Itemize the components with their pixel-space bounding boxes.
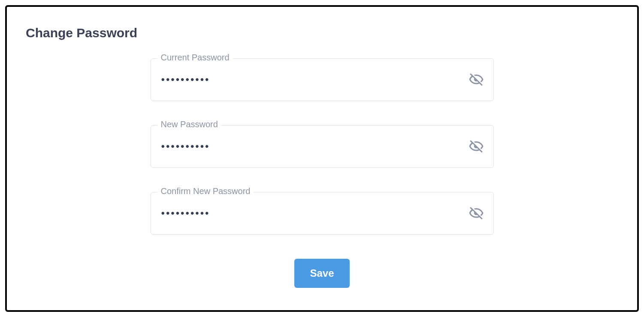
change-password-panel: Change Password Current Password xyxy=(5,5,639,312)
change-password-form: Current Password New Password xyxy=(151,58,494,288)
save-button[interactable]: Save xyxy=(294,259,349,288)
page-title: Change Password xyxy=(26,26,137,40)
new-password-input[interactable] xyxy=(160,140,463,153)
visibility-off-icon[interactable] xyxy=(469,72,484,87)
confirm-password-input[interactable] xyxy=(160,207,463,220)
save-row: Save xyxy=(151,259,494,288)
confirm-password-field-wrap: Confirm New Password xyxy=(151,192,494,235)
new-password-field xyxy=(151,125,494,168)
visibility-off-icon[interactable] xyxy=(469,139,484,154)
current-password-label: Current Password xyxy=(157,53,233,62)
new-password-label: New Password xyxy=(157,120,221,129)
current-password-field-wrap: Current Password xyxy=(151,58,494,101)
visibility-off-icon[interactable] xyxy=(469,206,484,221)
current-password-input[interactable] xyxy=(160,73,463,86)
confirm-password-label: Confirm New Password xyxy=(157,187,254,195)
confirm-password-field xyxy=(151,192,494,235)
current-password-field xyxy=(151,58,494,101)
new-password-field-wrap: New Password xyxy=(151,125,494,168)
